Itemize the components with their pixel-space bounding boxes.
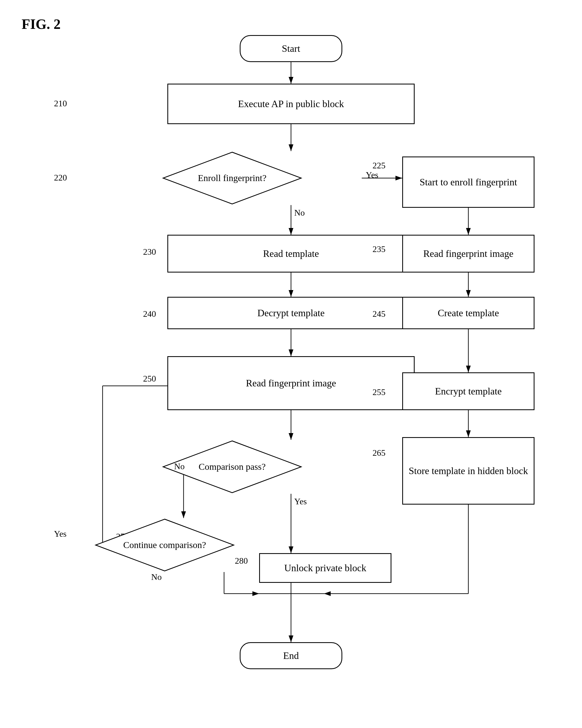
process-255: Encrypt template [402,372,534,410]
figure-label: FIG. 2 [22,16,60,32]
arrow-label-no-continue: No [151,572,162,582]
label-235: 235 [373,244,385,254]
label-225: 225 [373,160,385,171]
process-265: Store template in hidden block [402,437,534,504]
label-220: 220 [54,173,67,183]
process-210: Execute AP in public block [167,84,415,124]
label-230: 230 [143,247,156,257]
arrow-label-yes-comparison: Yes [294,496,307,506]
label-265: 265 [373,448,385,458]
arrow-label-yes-enroll: Yes [366,170,378,180]
diamond-270: Continue comparison? [95,518,235,572]
label-240: 240 [143,309,156,319]
label-280: 280 [235,556,248,566]
arrow-label-no-enroll: No [294,208,305,218]
arrow-label-yes-continue: Yes [54,529,67,539]
process-235: Read fingerprint image [402,235,534,272]
process-280: Unlock private block [259,553,391,583]
end-terminal: End [240,642,342,669]
label-250: 250 [143,374,156,384]
label-210: 210 [54,99,67,108]
arrow-label-no-comparison: No [174,461,185,471]
label-255: 255 [373,387,385,397]
process-225: Start to enroll fingerprint [402,156,534,208]
process-245: Create template [402,297,534,329]
process-250: Read fingerprint image [167,356,415,410]
label-245: 245 [373,309,385,319]
start-terminal: Start [240,35,342,62]
diamond-220: Enroll fingerprint? [162,151,302,205]
